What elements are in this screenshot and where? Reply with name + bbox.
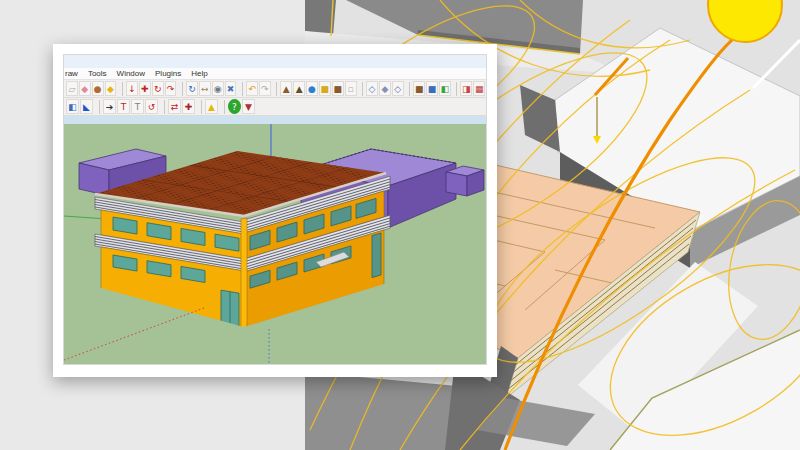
plugin-text-red-icon[interactable]: T xyxy=(117,99,130,114)
context-building-small xyxy=(446,166,484,196)
sun-highlight-streak xyxy=(753,40,800,88)
walk-tool-icon[interactable]: ▲ xyxy=(280,81,292,96)
menu-tools[interactable]: Tools xyxy=(88,69,107,78)
model-viewport[interactable] xyxy=(64,116,486,365)
toolbar-separator xyxy=(359,82,364,96)
model-info-icon[interactable]: ▫ xyxy=(345,81,357,96)
toolbar-row-1: ▱◆●◆↓✚↻↷↻↔◉✖↶↷▲▲●■■▫◇◆◇■■◧◨▦ xyxy=(64,80,486,98)
plugin-tool-icon[interactable]: ✚ xyxy=(182,99,195,114)
paint-bucket-icon[interactable]: ◆ xyxy=(105,81,117,96)
toolbar-separator xyxy=(273,82,278,96)
toolbar-separator xyxy=(197,100,202,114)
screenshot-card: rawToolsWindowPluginsHelp ▱◆●◆↓✚↻↷↻↔◉✖↶↷… xyxy=(53,44,497,377)
position-camera-icon[interactable]: ▲ xyxy=(293,81,305,96)
iso-view-icon[interactable]: ◨ xyxy=(460,81,472,96)
sketchup-window: rawToolsWindowPluginsHelp ▱◆●◆↓✚↻↷↻↔◉✖↶↷… xyxy=(63,54,487,365)
next-view-icon[interactable]: ↷ xyxy=(259,81,271,96)
report-table-icon[interactable]: ▦ xyxy=(473,81,485,96)
toolbar-separator xyxy=(220,100,225,114)
plugin-cube-icon[interactable]: ◧ xyxy=(66,99,79,114)
plugin-paths-icon[interactable]: ⇄ xyxy=(168,99,181,114)
toolbar-separator xyxy=(160,100,165,114)
sun-icon xyxy=(708,0,782,42)
rectangle-tool-icon[interactable]: ▱ xyxy=(66,81,78,96)
plugin-upright-icon[interactable]: ◣ xyxy=(80,99,93,114)
pan-tool-icon[interactable]: ↔ xyxy=(199,81,211,96)
xray-mode-icon[interactable]: ◇ xyxy=(366,81,378,96)
plugin-select-icon[interactable]: ➔ xyxy=(103,99,116,114)
get-models-icon[interactable]: ■ xyxy=(319,81,331,96)
menu-help[interactable]: Help xyxy=(191,69,207,78)
make-component-icon[interactable]: ● xyxy=(92,81,104,96)
orbit-tool-icon[interactable]: ↻ xyxy=(186,81,198,96)
toolbar-separator xyxy=(118,82,123,96)
menu-draw-partial[interactable]: raw xyxy=(65,69,78,78)
viewport-sky xyxy=(64,116,487,124)
menu-bar: rawToolsWindowPluginsHelp xyxy=(64,68,486,80)
rotate-tool-icon[interactable]: ↻ xyxy=(152,81,164,96)
toolbar-separator xyxy=(453,82,458,96)
plugin-swirl-icon[interactable]: ↺ xyxy=(145,99,158,114)
help-button-icon[interactable]: ? xyxy=(228,99,241,114)
toolbar-separator xyxy=(178,82,183,96)
monochrome-view-icon[interactable]: ◧ xyxy=(439,81,451,96)
hidden-line-icon[interactable]: ◆ xyxy=(379,81,391,96)
building-corner-column xyxy=(241,218,247,329)
shaded-view-icon[interactable]: ■ xyxy=(413,81,425,96)
follow-me-icon[interactable]: ↷ xyxy=(165,81,177,96)
share-model-icon[interactable]: ■ xyxy=(332,81,344,96)
textured-view-icon[interactable]: ■ xyxy=(426,81,438,96)
wireframe-icon[interactable]: ◇ xyxy=(392,81,404,96)
menu-plugins[interactable]: Plugins xyxy=(155,69,181,78)
plugin-text-gray-icon[interactable]: T xyxy=(131,99,144,114)
toolbar-separator xyxy=(406,82,411,96)
move-tool-icon[interactable]: ✚ xyxy=(139,81,151,96)
zoom-tool-icon[interactable]: ◉ xyxy=(212,81,224,96)
previous-view-icon[interactable]: ↶ xyxy=(246,81,258,96)
google-earth-icon[interactable]: ● xyxy=(306,81,318,96)
menu-window[interactable]: Window xyxy=(117,69,145,78)
push-pull-icon[interactable]: ↓ xyxy=(126,81,138,96)
zoom-extents-icon[interactable]: ✖ xyxy=(225,81,237,96)
toolbar-separator xyxy=(95,100,100,114)
eraser-tool-icon[interactable]: ◆ xyxy=(79,81,91,96)
axes-figure-icon[interactable]: ▲ xyxy=(205,99,218,114)
window-title-bar[interactable] xyxy=(64,55,486,68)
toolbar-separator xyxy=(238,82,243,96)
twg-export-icon[interactable]: ▼ xyxy=(242,99,255,114)
toolbar-row-2: ◧◣➔TT↺⇄✚▲?▼ xyxy=(64,98,486,116)
model-canvas[interactable] xyxy=(64,116,487,365)
